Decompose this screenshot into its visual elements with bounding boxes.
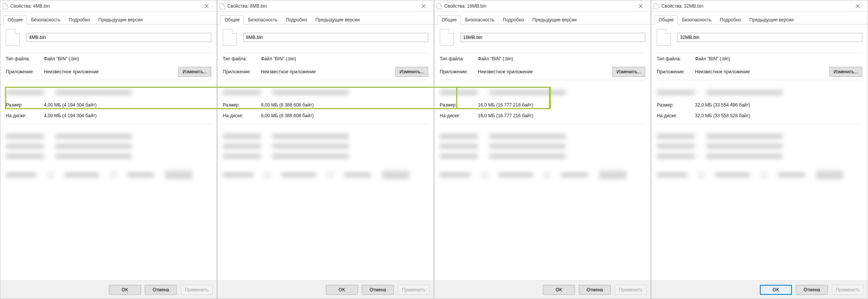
value-ondisk: 32,0 МБ (33 558 528 байт) bbox=[695, 113, 862, 118]
filename-input[interactable] bbox=[677, 33, 862, 42]
blurred-location bbox=[440, 90, 645, 100]
blurred-attrs bbox=[6, 171, 211, 184]
close-icon bbox=[639, 4, 643, 8]
ok-button[interactable]: OK bbox=[760, 285, 792, 295]
window-title: Свойства: 8MB.bin bbox=[227, 3, 416, 9]
filename-input[interactable] bbox=[26, 33, 211, 42]
tab-security[interactable]: Безопасность bbox=[244, 15, 282, 24]
tab-general[interactable]: Общие bbox=[437, 15, 461, 24]
label-filetype: Тип файла: bbox=[6, 56, 44, 61]
blurred-dates bbox=[440, 134, 645, 164]
cancel-button[interactable]: Отмена bbox=[796, 285, 828, 295]
tab-security[interactable]: Безопасность bbox=[461, 15, 499, 24]
tab-security[interactable]: Безопасность bbox=[678, 15, 716, 24]
titlebar[interactable]: Свойства: 16MB.bin bbox=[434, 0, 651, 12]
dialog-footer: OK Отмена Применить bbox=[434, 280, 651, 299]
change-app-button[interactable]: Изменить... bbox=[178, 67, 211, 77]
file-row bbox=[6, 29, 211, 46]
window-title: Свойства: 32MB.bin bbox=[661, 3, 850, 9]
tabs: Общие Безопасность Подробно Предыдущие в… bbox=[0, 12, 217, 24]
label-ondisk: На диске: bbox=[657, 113, 695, 118]
panel-body: Тип файла: Файл "BIN" (.bin) Приложение:… bbox=[0, 24, 217, 280]
file-type-icon bbox=[223, 29, 236, 46]
dialog-footer: OK Отмена Применить bbox=[217, 280, 434, 299]
value-ondisk: 16,0 МБ (16 777 216 байт) bbox=[478, 113, 645, 118]
tab-details[interactable]: Подробно bbox=[499, 15, 528, 24]
label-size: Размер: bbox=[6, 102, 44, 108]
tab-general[interactable]: Общие bbox=[3, 15, 27, 24]
label-ondisk: На диске: bbox=[6, 113, 44, 118]
stage: Свойства: 4MB.bin Общие Безопасность Под… bbox=[0, 0, 868, 299]
file-row bbox=[223, 29, 428, 46]
blurred-location bbox=[657, 90, 862, 100]
dialog-footer: OK Отмена Применить bbox=[0, 280, 217, 299]
window-title: Свойства: 4MB.bin bbox=[10, 3, 199, 9]
label-filetype: Тип файла: bbox=[440, 56, 478, 61]
apply-button[interactable]: Применить bbox=[181, 285, 213, 295]
value-app: Неизвестное приложение bbox=[44, 69, 178, 74]
tab-previous-versions[interactable]: Предыдущие версии bbox=[528, 15, 581, 24]
divider bbox=[440, 53, 645, 53]
value-filetype: Файл "BIN" (.bin) bbox=[261, 56, 395, 61]
apply-button[interactable]: Применить bbox=[615, 285, 647, 295]
filename-input[interactable] bbox=[243, 33, 428, 42]
dialog-footer: OK Отмена Применить bbox=[651, 280, 868, 299]
properties-window: Свойства: 32MB.bin Общие Безопасность По… bbox=[651, 0, 868, 299]
filename-input[interactable] bbox=[460, 33, 645, 42]
titlebar[interactable]: Свойства: 32MB.bin bbox=[651, 0, 868, 12]
label-size: Размер: bbox=[223, 102, 261, 108]
tab-previous-versions[interactable]: Предыдущие версии bbox=[94, 15, 147, 24]
file-type-icon bbox=[6, 29, 19, 46]
apply-button[interactable]: Применить bbox=[832, 285, 864, 295]
blurred-dates bbox=[6, 134, 211, 164]
value-size: 16,0 МБ (16 777 216 байт) bbox=[478, 102, 645, 108]
blurred-attrs bbox=[223, 171, 428, 184]
close-button[interactable] bbox=[633, 1, 648, 11]
titlebar[interactable]: Свойства: 8MB.bin bbox=[217, 0, 434, 12]
ok-button[interactable]: OK bbox=[543, 285, 575, 295]
value-filetype: Файл "BIN" (.bin) bbox=[478, 56, 612, 61]
size-grid: Размер: 8,00 МБ (8 388 608 байт) На диск… bbox=[223, 102, 428, 118]
tab-details[interactable]: Подробно bbox=[716, 15, 745, 24]
value-filetype: Файл "BIN" (.bin) bbox=[44, 56, 178, 61]
tab-previous-versions[interactable]: Предыдущие версии bbox=[745, 15, 798, 24]
ok-button[interactable]: OK bbox=[109, 285, 141, 295]
file-icon bbox=[3, 3, 8, 9]
titlebar[interactable]: Свойства: 4MB.bin bbox=[0, 0, 217, 12]
cancel-button[interactable]: Отмена bbox=[579, 285, 611, 295]
close-button[interactable] bbox=[850, 1, 865, 11]
tab-previous-versions[interactable]: Предыдущие версии bbox=[311, 15, 364, 24]
close-icon bbox=[422, 4, 426, 8]
label-ondisk: На диске: bbox=[440, 113, 478, 118]
size-grid: Размер: 16,0 МБ (16 777 216 байт) На дис… bbox=[440, 102, 645, 118]
size-grid: Размер: 4,00 МБ (4 194 304 байт) На диск… bbox=[6, 102, 211, 118]
blurred-location bbox=[223, 90, 428, 100]
ok-button[interactable]: OK bbox=[326, 285, 358, 295]
apply-button[interactable]: Применить bbox=[398, 285, 430, 295]
value-ondisk: 4,00 МБ (4 194 304 байт) bbox=[44, 113, 211, 118]
tab-general[interactable]: Общие bbox=[654, 15, 678, 24]
tab-details[interactable]: Подробно bbox=[282, 15, 311, 24]
tab-general[interactable]: Общие bbox=[220, 15, 244, 24]
change-app-button[interactable]: Изменить... bbox=[829, 67, 862, 77]
value-ondisk: 8,00 МБ (8 388 608 байт) bbox=[261, 113, 428, 118]
divider bbox=[6, 80, 211, 80]
value-size: 8,00 МБ (8 388 608 байт) bbox=[261, 102, 428, 108]
close-button[interactable] bbox=[416, 1, 431, 11]
divider bbox=[223, 80, 428, 80]
cancel-button[interactable]: Отмена bbox=[362, 285, 394, 295]
file-row bbox=[440, 29, 645, 46]
value-app: Неизвестное приложение bbox=[695, 69, 829, 74]
divider bbox=[6, 124, 211, 124]
cancel-button[interactable]: Отмена bbox=[145, 285, 177, 295]
properties-window: Свойства: 8MB.bin Общие Безопасность Под… bbox=[217, 0, 434, 299]
window-title: Свойства: 16MB.bin bbox=[444, 3, 633, 9]
tab-details[interactable]: Подробно bbox=[65, 15, 94, 24]
type-app-grid: Тип файла: Файл "BIN" (.bin) Приложение:… bbox=[223, 56, 428, 77]
label-app: Приложение: bbox=[440, 69, 478, 74]
change-app-button[interactable]: Изменить... bbox=[612, 67, 645, 77]
change-app-button[interactable]: Изменить... bbox=[395, 67, 428, 77]
close-button[interactable] bbox=[199, 1, 214, 11]
tab-security[interactable]: Безопасность bbox=[27, 15, 65, 24]
properties-window: Свойства: 4MB.bin Общие Безопасность Под… bbox=[0, 0, 217, 299]
